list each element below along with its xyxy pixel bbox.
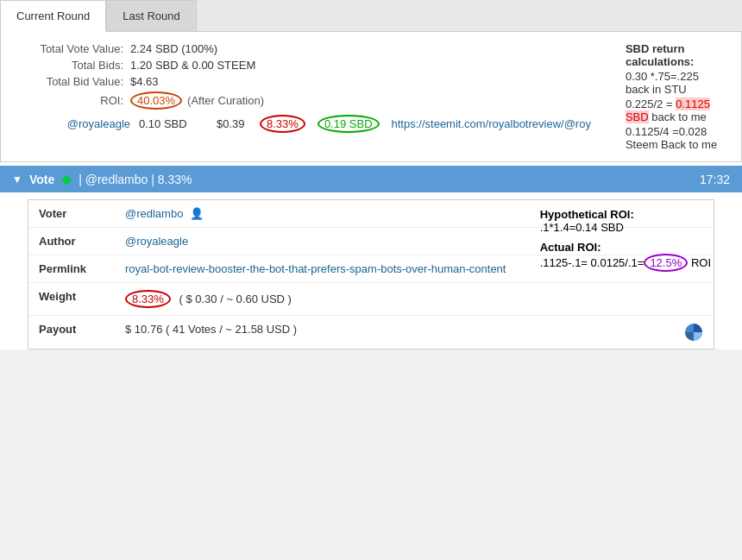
payout-row: Payout $ 10.76 ( 41 Votes / ~ 21.58 USD … (28, 316, 714, 349)
permlink-label: Permlink (39, 262, 125, 275)
vote-time: 17:32 (700, 173, 730, 186)
author-value: @royaleagle (125, 235, 703, 248)
payout-label: Payout (39, 323, 125, 336)
total-vote-label: Total Vote Value: (18, 42, 130, 55)
total-bid-value: $4.63 (130, 75, 159, 88)
vote-header: ▼ Vote ◆ | @redlambo | 8.33% 17:32 (0, 166, 742, 192)
total-bids-row: Total Bids: 1.20 SBD & 0.00 STEEM (18, 59, 591, 72)
vote-card-container: Voter @redlambo 👤 Author @royaleagle Per… (14, 199, 728, 349)
total-bid-value-label: Total Bid Value: (18, 75, 130, 88)
total-bids-value: 1.20 SBD & 0.00 STEEM (130, 59, 255, 72)
voter-value: @redlambo 👤 (125, 207, 703, 220)
bid-percent-circle: 8.33% (260, 115, 305, 133)
bid-amount: 0.10 SBD (139, 117, 208, 130)
annotation-section: SBD return calculations: 0.30 *.75=.225 … (608, 42, 724, 151)
bidder-name: @royaleagle (18, 117, 130, 130)
weight-value: 8.33% ( $ 0.30 / ~ 0.60 USD ) (125, 290, 703, 308)
roi-after-curation: (After Curation) (187, 94, 264, 107)
vote-label: Vote (29, 173, 54, 186)
highlight-sbd: 0.1125 SBD (626, 98, 710, 123)
vote-diamond-icon: ◆ (61, 171, 72, 187)
total-bids-label: Total Bids: (18, 59, 130, 72)
total-bid-value-row: Total Bid Value: $4.63 (18, 75, 591, 88)
annotation-line-2: 0.225/2 = 0.1125 SBD back to me (626, 98, 724, 123)
vote-card: Voter @redlambo 👤 Author @royaleagle Per… (28, 199, 714, 349)
vote-user: | @redlambo | 8.33% (79, 173, 192, 186)
voter-row: Voter @redlambo 👤 (28, 200, 714, 228)
vote-triangle-icon: ▼ (12, 173, 22, 186)
bid-link[interactable]: https://steemit.com/royalbotreview/@roy (392, 117, 591, 130)
total-vote-row: Total Vote Value: 2.24 SBD (100%) (18, 42, 591, 55)
annotation-line-3: 0.1125/4 =0.028 Steem Back to me (626, 125, 724, 151)
stats-section: Total Vote Value: 2.24 SBD (100%) Total … (18, 42, 591, 151)
roi-row: ROI: 40.03% (After Curation) (18, 91, 591, 110)
total-vote-value: 2.24 SBD (100%) (130, 42, 217, 55)
roi-label: ROI: (18, 94, 130, 107)
payout-value: $ 10.76 ( 41 Votes / ~ 21.58 USD ) (125, 323, 684, 336)
weight-circle: 8.33% (125, 290, 171, 308)
voter-label: Voter (39, 207, 125, 220)
bid-row: @royaleagle 0.10 SBD $0.39 8.33% 0.19 SB… (18, 115, 591, 133)
annotation-line-1: 0.30 *.75=.225 back in STU (626, 70, 724, 96)
payout-pie-icon (684, 323, 703, 342)
bid-sbd-circle: 0.19 SBD (318, 115, 380, 133)
main-content-area: Total Vote Value: 2.24 SBD (100%) Total … (0, 32, 742, 162)
tab-last-round[interactable]: Last Round (106, 0, 197, 31)
tab-current-round[interactable]: Current Round (0, 0, 106, 32)
author-row: Author @royaleagle (28, 228, 714, 255)
roi-circle: 40.03% (130, 91, 182, 110)
vote-header-left: ▼ Vote ◆ | @redlambo | 8.33% (12, 171, 700, 187)
permlink-row: Permlink royal-bot-review-booster-the-bo… (28, 255, 714, 283)
weight-label: Weight (39, 290, 125, 303)
weight-row: Weight 8.33% ( $ 0.30 / ~ 0.60 USD ) (28, 283, 714, 316)
annotation-title: SBD return calculations: (626, 42, 724, 68)
bid-dollar: $0.39 (217, 117, 251, 130)
tab-bar: Current Round Last Round (0, 0, 742, 32)
author-label: Author (39, 235, 125, 248)
permlink-value[interactable]: royal-bot-review-booster-the-bot-that-pr… (125, 262, 703, 275)
